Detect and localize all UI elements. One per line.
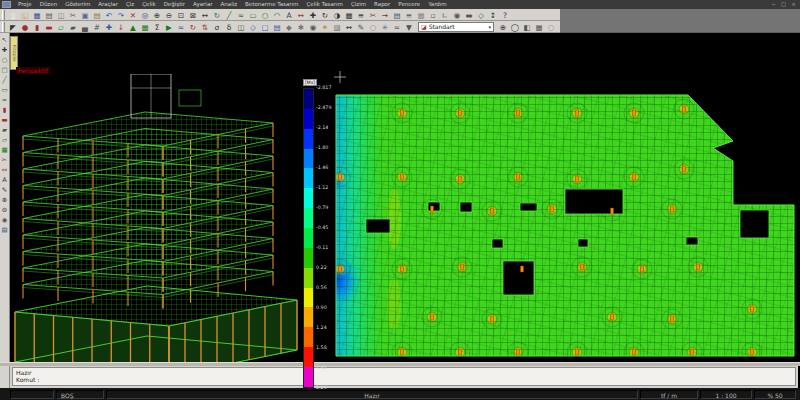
freeze-icon[interactable]: ✳: [379, 21, 391, 32]
window-control-icon[interactable]: ×: [790, 0, 797, 9]
mesh-icon[interactable]: ▦: [139, 21, 151, 32]
menu-item[interactable]: Gösterim: [61, 0, 94, 9]
load-icon[interactable]: ↓: [115, 21, 127, 32]
plan-view-icon[interactable]: ▢: [259, 21, 271, 32]
wireframe-icon[interactable]: ▦: [533, 21, 545, 32]
menu-item[interactable]: Düzen: [36, 0, 61, 9]
menu-item[interactable]: Yardım: [424, 0, 451, 9]
open-icon[interactable]: ◱: [19, 9, 31, 20]
beam-icon[interactable]: ▬: [43, 21, 55, 32]
light-icon[interactable]: ✶: [319, 21, 331, 32]
trim-icon[interactable]: ✂: [0, 155, 9, 165]
regen-icon[interactable]: ↻: [211, 9, 223, 20]
measure-icon[interactable]: ↔: [343, 21, 355, 32]
support-icon[interactable]: ▲: [127, 21, 139, 32]
spline-icon[interactable]: ≈: [0, 95, 9, 105]
window-control-icon[interactable]: □: [780, 0, 787, 9]
toolbar-grip[interactable]: [2, 22, 5, 32]
mesh-icon[interactable]: ▦: [0, 145, 9, 155]
elevation-icon[interactable]: ▤: [271, 21, 283, 32]
zoom-out-icon[interactable]: ⊖: [0, 205, 9, 215]
move-icon[interactable]: ✚: [0, 45, 9, 55]
axis-icon[interactable]: ✚: [103, 21, 115, 32]
layers-icon[interactable]: ▤: [391, 9, 403, 20]
walkthrough-icon[interactable]: ✱: [295, 21, 307, 32]
dimension-icon[interactable]: ↔: [295, 9, 307, 20]
rotate-icon[interactable]: ↻: [319, 9, 331, 20]
osnap-icon[interactable]: ◉: [451, 9, 463, 20]
pointer-icon[interactable]: ↖: [0, 35, 9, 45]
copy-icon[interactable]: ▣: [79, 9, 91, 20]
zoom-extents-icon[interactable]: ⊠: [187, 9, 199, 20]
line-icon[interactable]: ╱: [0, 75, 9, 85]
shear-icon[interactable]: ⇅: [199, 21, 211, 32]
hide-icon[interactable]: ◌: [545, 21, 557, 32]
offset-icon[interactable]: ≡: [355, 9, 367, 20]
orbit-icon[interactable]: ◯: [509, 21, 521, 32]
stress-icon[interactable]: σ: [211, 21, 223, 32]
help-icon[interactable]: ?: [499, 9, 511, 20]
beam-icon[interactable]: ▬: [0, 115, 9, 125]
render-icon[interactable]: ◆: [283, 21, 295, 32]
find-icon[interactable]: ◎: [139, 9, 151, 20]
measure-icon[interactable]: ↕: [487, 9, 499, 20]
zoom-out-icon[interactable]: ⊖: [163, 9, 175, 20]
line-icon[interactable]: ╱: [223, 9, 235, 20]
viewport-3d[interactable]: Perspektif: [11, 66, 301, 395]
print-icon[interactable]: ▤: [43, 9, 55, 20]
polyline-icon[interactable]: ▭: [0, 85, 9, 95]
rectangle-icon[interactable]: □: [0, 65, 9, 75]
grid-icon[interactable]: ▦: [415, 9, 427, 20]
extend-icon[interactable]: →: [379, 9, 391, 20]
menu-item[interactable]: Ayarlar: [189, 0, 216, 9]
paste-icon[interactable]: ▤: [91, 9, 103, 20]
menu-item[interactable]: Çelik: [138, 0, 159, 9]
pan-icon[interactable]: ↔: [199, 9, 211, 20]
run-analysis-icon[interactable]: ▶: [163, 21, 175, 32]
delete-icon[interactable]: ✕: [127, 9, 139, 20]
match-icon[interactable]: ≈: [391, 21, 403, 32]
menu-item[interactable]: Araçlar: [94, 0, 122, 9]
cut-icon[interactable]: ✂: [67, 9, 79, 20]
circle-icon[interactable]: ○: [0, 55, 9, 65]
wall-icon[interactable]: ▰: [67, 21, 79, 32]
new-icon[interactable]: ▯: [7, 9, 19, 20]
view-3d-icon[interactable]: ◇: [247, 21, 259, 32]
properties-icon[interactable]: ≡: [403, 9, 415, 20]
redo-icon[interactable]: ↷: [115, 9, 127, 20]
zoom-window-icon[interactable]: ⊡: [175, 9, 187, 20]
dimension-icon[interactable]: ↔: [0, 165, 9, 175]
column-icon[interactable]: ▮: [0, 105, 9, 115]
foundation-icon[interactable]: ▄: [79, 21, 91, 32]
menu-item[interactable]: Pencere: [394, 0, 424, 9]
menu-item[interactable]: Betonarme Tasarım: [241, 0, 302, 9]
array-icon[interactable]: ▦: [343, 9, 355, 20]
polyline-icon[interactable]: ≈: [235, 9, 247, 20]
chevron-down-icon[interactable]: ▾: [488, 24, 491, 30]
camera-icon[interactable]: ◉: [0, 215, 9, 225]
layers-icon[interactable]: ▤: [0, 225, 9, 235]
menu-item[interactable]: Analiz: [217, 0, 242, 9]
node-icon[interactable]: ●: [19, 21, 31, 32]
material-icon[interactable]: ▨: [331, 21, 343, 32]
pin-icon[interactable]: ▼: [403, 21, 415, 32]
menu-item[interactable]: Değiştir: [160, 0, 189, 9]
mirror-icon[interactable]: ◑: [331, 9, 343, 20]
undo-icon[interactable]: ↶: [103, 9, 115, 20]
print-preview-icon[interactable]: ◫: [55, 9, 67, 20]
save-icon[interactable]: ▦: [31, 9, 43, 20]
realtime-zoom-icon[interactable]: ⊕: [497, 21, 509, 32]
arc-icon[interactable]: ◠: [271, 9, 283, 20]
section-icon[interactable]: ◫: [235, 21, 247, 32]
column-icon[interactable]: ▮: [31, 21, 43, 32]
window-icon[interactable]: [2, 1, 11, 8]
text-icon[interactable]: A: [0, 175, 9, 185]
wall-icon[interactable]: ▰: [0, 125, 9, 135]
toolbar-grip[interactable]: [2, 10, 5, 20]
moment-icon[interactable]: ↻: [187, 21, 199, 32]
ortho-icon[interactable]: ∟: [439, 9, 451, 20]
window-control-icon[interactable]: ─: [770, 0, 777, 9]
model-icon[interactable]: ◇: [475, 9, 487, 20]
slab-icon[interactable]: ▱: [0, 135, 9, 145]
slab-icon[interactable]: ▱: [55, 21, 67, 32]
